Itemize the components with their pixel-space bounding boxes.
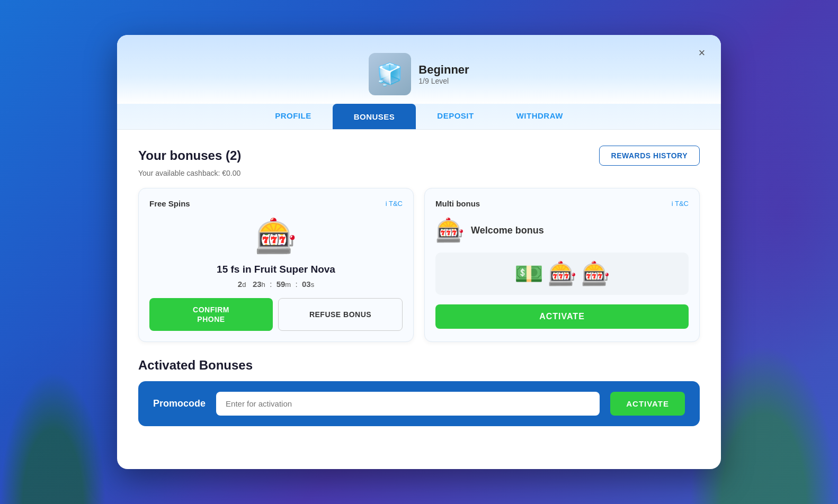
bonus-cards: Free Spins i T&C 🎰 15 fs in Fruit Super … [138, 188, 700, 342]
multi-bonus-type-label: Multi bonus [435, 199, 480, 208]
user-level: 1/9 Level [418, 77, 469, 85]
modal-body: Your bonuses (2) REWARDS HISTORY Your av… [117, 130, 721, 447]
confirm-phone-button[interactable]: CONFIRMPHONE [149, 298, 273, 331]
bonus-title: 15 fs in Fruit Super Nova [149, 264, 403, 275]
user-info: 🧊 Beginner 1/9 Level [369, 53, 469, 95]
multi-tc-link[interactable]: i T&C [672, 200, 689, 208]
user-details: Beginner 1/9 Level [418, 63, 469, 85]
free-spins-card-top: Free Spins i T&C [149, 199, 403, 208]
modal: × 🧊 Beginner 1/9 Level PROFILE BONUSES D… [117, 35, 721, 469]
free-spins-icon-area: 🎰 [149, 217, 403, 256]
promo-activate-button[interactable]: ACTIVATE [610, 392, 685, 416]
tab-bonuses[interactable]: BONUSES [333, 104, 416, 129]
user-name: Beginner [418, 63, 469, 77]
free-spins-icon: 🎰 [255, 217, 297, 256]
cashback-text: Your available cashback: €0.00 [138, 169, 700, 177]
section-header: Your bonuses (2) REWARDS HISTORY [138, 146, 700, 166]
welcome-label: Welcome bonus [471, 225, 544, 236]
promocode-label: Promocode [153, 398, 206, 409]
section-title: Your bonuses (2) [138, 148, 241, 163]
activated-bonuses-title: Activated Bonuses [138, 358, 700, 373]
rewards-history-button[interactable]: REWARDS HISTORY [599, 146, 700, 166]
bonus-timer: 2d 23h : 59m : 03s [149, 280, 403, 289]
welcome-row: 🎰 Welcome bonus [435, 217, 689, 244]
slot-icons-area: 💵 🎰 🎰 [435, 253, 689, 295]
avatar: 🧊 [369, 53, 411, 95]
welcome-icon: 🎰 [435, 217, 465, 244]
tabs-bar: PROFILE BONUSES DEPOSIT WITHDRAW [117, 104, 721, 130]
promocode-input[interactable] [216, 392, 600, 416]
close-button[interactable]: × [693, 44, 710, 61]
multi-bonus-card-top: Multi bonus i T&C [435, 199, 689, 208]
section-title-area: Your bonuses (2) [138, 148, 241, 163]
slot-icon-0: 💵 [514, 260, 543, 287]
activate-button[interactable]: ACTIVATE [435, 304, 689, 329]
tab-profile[interactable]: PROFILE [254, 104, 333, 129]
slot-icon-2: 🎰 [581, 260, 610, 287]
tab-deposit[interactable]: DEPOSIT [416, 104, 495, 129]
refuse-bonus-button[interactable]: REFUSE BONUS [278, 298, 403, 331]
avatar-icon: 🧊 [377, 62, 403, 87]
tc-link[interactable]: i T&C [386, 200, 403, 208]
tab-withdraw[interactable]: WITHDRAW [495, 104, 584, 129]
modal-header: × 🧊 Beginner 1/9 Level [117, 35, 721, 104]
multi-bonus-card: Multi bonus i T&C 🎰 Welcome bonus 💵 🎰 🎰 … [424, 188, 700, 342]
promo-bar: Promocode ACTIVATE [138, 381, 700, 426]
free-spins-actions: CONFIRMPHONE REFUSE BONUS [149, 298, 403, 331]
free-spins-card: Free Spins i T&C 🎰 15 fs in Fruit Super … [138, 188, 414, 342]
slot-icon-1: 🎰 [548, 260, 577, 287]
card-type-label: Free Spins [149, 199, 190, 208]
